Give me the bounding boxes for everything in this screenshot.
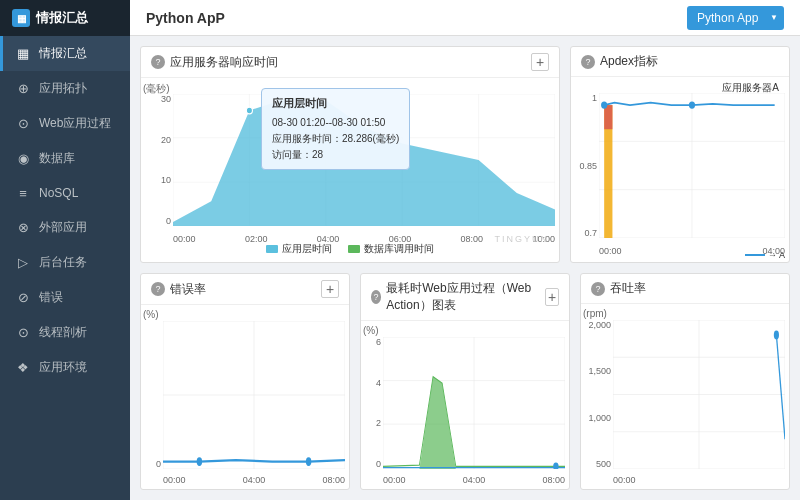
throughput-x-ticks: 00:00 (613, 475, 785, 485)
response-time-title: 应用服务器响应时间 (170, 54, 278, 71)
app-selector[interactable]: Python App (687, 6, 784, 30)
throughput-card: ? 吞吐率 (rpm) 2,000 1,500 1,000 500 (580, 273, 790, 490)
sidebar-item-background[interactable]: ▷后台任务 (0, 245, 130, 280)
apdex-help-icon[interactable]: ? (581, 55, 595, 69)
sidebar-item-label-nosql: NoSQL (39, 186, 78, 200)
sidebar-nav: ▦情报汇总⊕应用拓扑⊙Web应用过程◉数据库≡NoSQL⊗外部应用▷后台任务⊘错… (0, 36, 130, 385)
app-dropdown[interactable]: Python App (687, 6, 784, 30)
sidebar-item-icon-environment: ❖ (15, 360, 31, 376)
response-time-card: ? 应用服务器响应时间 + (毫秒) 30 20 10 0 (140, 46, 560, 263)
throughput-card-header: ? 吞吐率 (581, 274, 789, 304)
response-time-legend: 应用层时间 数据库调用时间 (141, 240, 559, 260)
sidebar-item-label-web-process: Web应用过程 (39, 115, 111, 132)
sidebar-item-icon-web-process: ⊙ (15, 116, 31, 132)
sidebar-header: ▦ 情报汇总 (0, 0, 130, 36)
throughput-chart-body: (rpm) 2,000 1,500 1,000 500 (581, 304, 789, 489)
response-time-add-button[interactable]: + (531, 53, 549, 71)
sidebar-item-database[interactable]: ◉数据库 (0, 141, 130, 176)
apdex-y-ticks: 1 0.85 0.7 (571, 93, 599, 238)
svg-point-22 (689, 101, 695, 108)
sidebar-item-label-topology: 应用拓扑 (39, 80, 87, 97)
sidebar-item-errors[interactable]: ⊘错误 (0, 280, 130, 315)
legend-item-app-layer: 应用层时间 (266, 242, 332, 256)
legend-label-app-layer: 应用层时间 (282, 242, 332, 256)
response-time-y-ticks: 30 20 10 0 (141, 94, 173, 226)
sidebar-header-icon: ▦ (12, 9, 30, 27)
svg-point-11 (246, 107, 252, 114)
throughput-title: 吞吐率 (610, 280, 646, 297)
throughput-svg (613, 320, 785, 469)
response-time-svg-wrapper (173, 94, 555, 226)
apdex-card: ? Apdex指标 应用服务器A 1 0.85 0.7 (570, 46, 790, 263)
throughput-title-group: ? 吞吐率 (591, 280, 646, 297)
bottom-row: ? 错误率 + (%) 0 (140, 273, 790, 490)
svg-point-30 (306, 457, 311, 466)
svg-rect-20 (604, 105, 612, 129)
sidebar-item-icon-summary: ▦ (15, 46, 31, 62)
sidebar-item-icon-topology: ⊕ (15, 81, 31, 97)
error-rate-y-ticks: 0 (141, 321, 163, 469)
apdex-svg-wrapper (599, 93, 785, 238)
dashboard: ? 应用服务器响应时间 + (毫秒) 30 20 10 0 (130, 36, 800, 500)
sidebar-item-web-process[interactable]: ⊙Web应用过程 (0, 106, 130, 141)
error-rate-card-header: ? 错误率 + (141, 274, 349, 305)
response-time-svg (173, 94, 555, 226)
response-time-card-header: ? 应用服务器响应时间 + (141, 47, 559, 78)
sidebar-item-label-external: 外部应用 (39, 219, 87, 236)
legend-box-db (348, 245, 360, 253)
apdex-legend: → A (745, 250, 785, 260)
error-rate-svg (163, 321, 345, 469)
web-action-title-group: ? 最耗时Web应用过程（Web Action）图表 (371, 280, 545, 314)
legend-item-db: 数据库调用时间 (348, 242, 434, 256)
sidebar-item-icon-database: ◉ (15, 151, 31, 167)
web-action-card: ? 最耗时Web应用过程（Web Action）图表 + (%) 6 4 2 0 (360, 273, 570, 490)
sidebar-item-summary[interactable]: ▦情报汇总 (0, 36, 130, 71)
main-content: Python ApP Python App ? 应用服务器响应时间 + (毫秒 (130, 0, 800, 500)
web-action-y-unit: (%) (363, 325, 379, 336)
apdex-legend-label: → A (768, 250, 785, 260)
web-action-svg-wrapper (383, 337, 565, 469)
sidebar-item-icon-nosql: ≡ (15, 185, 31, 201)
sidebar-item-icon-errors: ⊘ (15, 290, 31, 306)
error-rate-title: 错误率 (170, 281, 206, 298)
svg-point-21 (601, 101, 607, 108)
web-action-add-button[interactable]: + (545, 288, 559, 306)
error-rate-x-ticks: 00:00 04:00 08:00 (163, 475, 345, 485)
error-rate-y-unit: (%) (143, 309, 159, 320)
throughput-svg-wrapper (613, 320, 785, 469)
web-action-svg (383, 337, 565, 469)
apdex-card-header: ? Apdex指标 (571, 47, 789, 77)
sidebar-item-nosql[interactable]: ≡NoSQL (0, 176, 130, 210)
sidebar-item-icon-external: ⊗ (15, 220, 31, 236)
svg-marker-38 (419, 377, 455, 469)
sidebar: ▦ 情报汇总 ▦情报汇总⊕应用拓扑⊙Web应用过程◉数据库≡NoSQL⊗外部应用… (0, 0, 130, 500)
error-rate-title-group: ? 错误率 (151, 281, 206, 298)
svg-marker-10 (173, 98, 555, 226)
apdex-legend-line (745, 254, 765, 256)
sidebar-item-thread[interactable]: ⊙线程剖析 (0, 315, 130, 350)
error-rate-svg-wrapper (163, 321, 345, 469)
svg-point-39 (553, 462, 558, 469)
sidebar-item-label-background: 后台任务 (39, 254, 87, 271)
error-rate-add-button[interactable]: + (321, 280, 339, 298)
throughput-help-icon[interactable]: ? (591, 282, 605, 296)
sidebar-item-environment[interactable]: ❖应用环境 (0, 350, 130, 385)
apdex-chart-body: 应用服务器A 1 0.85 0.7 (571, 77, 789, 262)
throughput-y-unit: (rpm) (583, 308, 607, 319)
web-action-chart-body: (%) 6 4 2 0 (361, 321, 569, 489)
error-rate-card: ? 错误率 + (%) 0 (140, 273, 350, 490)
svg-point-29 (197, 457, 202, 466)
sidebar-item-topology[interactable]: ⊕应用拓扑 (0, 71, 130, 106)
sidebar-item-icon-background: ▷ (15, 255, 31, 271)
web-action-help-icon[interactable]: ? (371, 290, 381, 304)
error-rate-help-icon[interactable]: ? (151, 282, 165, 296)
web-action-card-header: ? 最耗时Web应用过程（Web Action）图表 + (361, 274, 569, 321)
response-time-help-icon[interactable]: ? (151, 55, 165, 69)
apdex-title-group: ? Apdex指标 (581, 53, 658, 70)
response-time-chart-body: (毫秒) 30 20 10 0 (141, 78, 559, 262)
sidebar-item-label-database: 数据库 (39, 150, 75, 167)
apdex-svg (599, 93, 785, 238)
sidebar-item-label-thread: 线程剖析 (39, 324, 87, 341)
sidebar-item-external[interactable]: ⊗外部应用 (0, 210, 130, 245)
app-header: Python ApP Python App (130, 0, 800, 36)
